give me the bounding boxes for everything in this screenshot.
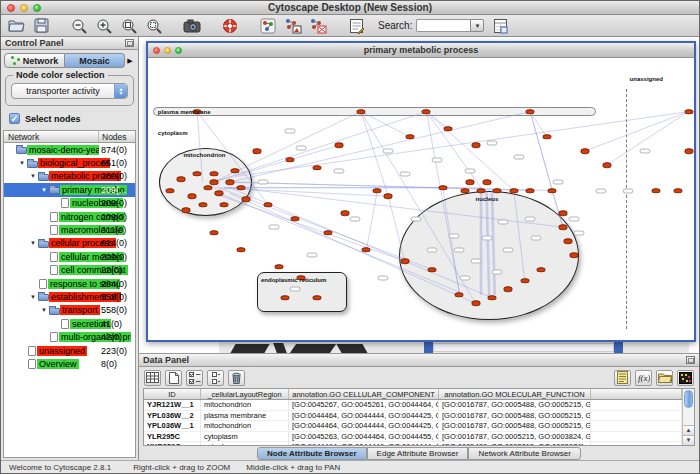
network-node[interactable] <box>275 264 284 270</box>
tree-row-unassigned[interactable]: unassigned223(0) <box>4 344 135 357</box>
network-node[interactable] <box>651 188 660 194</box>
tab-network-attribute-browser[interactable]: Network Attribute Browser <box>468 447 580 460</box>
network-node[interactable] <box>340 210 349 216</box>
zoom-in-icon[interactable] <box>95 17 113 35</box>
view-close-icon[interactable] <box>153 47 160 54</box>
network-node[interactable] <box>427 267 436 273</box>
network-node[interactable] <box>209 230 218 236</box>
network-node[interactable] <box>187 193 196 199</box>
network-node[interactable] <box>520 278 529 284</box>
zoom-window-icon[interactable] <box>33 4 41 12</box>
network-view-titlebar[interactable]: primary metabolic process <box>148 43 694 58</box>
network-node[interactable] <box>460 188 469 194</box>
network-node[interactable] <box>509 188 518 194</box>
table-scrollbar[interactable]: ▲ ▼ <box>682 389 694 445</box>
search-dropdown-icon[interactable]: ▼ <box>470 19 484 32</box>
network-node[interactable] <box>236 247 245 253</box>
tree-row-transport[interactable]: ▼transport558(0) <box>4 304 135 317</box>
network-node[interactable] <box>209 179 218 185</box>
network-node[interactable] <box>471 301 480 307</box>
network-node[interactable] <box>438 185 447 191</box>
import-attribute-file-icon[interactable] <box>656 370 673 386</box>
table-row-ypl036w-2[interactable]: YPL036W__2plasma membrane[GO:0044464, GO… <box>144 411 682 422</box>
view-zoom-icon[interactable] <box>175 47 182 54</box>
tree-col-nodes[interactable]: Nodes <box>102 132 127 142</box>
notepad-icon[interactable] <box>614 370 631 386</box>
network-node[interactable] <box>280 295 289 301</box>
node-color-dropdown[interactable]: transporter activity ▲▼ <box>11 83 128 99</box>
unselect-attributes-icon[interactable] <box>207 370 224 386</box>
save-icon[interactable] <box>32 17 50 35</box>
tree-row-overview[interactable]: Overview8(0) <box>4 357 135 370</box>
network-node[interactable] <box>569 253 578 259</box>
network-node[interactable] <box>204 185 213 191</box>
tree-row-macromolecule[interactable]: macromolecule311(0) <box>4 223 135 236</box>
network-node[interactable] <box>482 179 491 185</box>
tab-node-attribute-browser[interactable]: Node Attribute Browser <box>257 447 367 460</box>
network-node[interactable] <box>356 109 365 115</box>
float-panel-icon[interactable] <box>125 39 134 47</box>
destroy-network-icon[interactable] <box>259 17 277 35</box>
tree-row-cellular-metabo[interactable]: cellular metabo209(0) <box>4 250 135 263</box>
network-node[interactable] <box>182 208 191 214</box>
tree-col-network[interactable]: Network <box>8 132 39 142</box>
network-node[interactable] <box>313 165 322 171</box>
network-node[interactable] <box>291 216 300 222</box>
tree-row-nucleobase[interactable]: nucleobase-209(0) <box>4 197 135 210</box>
network-node[interactable] <box>400 258 409 264</box>
network-node[interactable] <box>526 109 535 115</box>
network-node[interactable] <box>684 148 693 154</box>
tab-edge-attribute-browser[interactable]: Edge Attribute Browser <box>367 447 469 460</box>
network-node[interactable] <box>285 157 294 163</box>
title-bar[interactable]: Cytoscape Desktop (New Session) <box>1 1 699 15</box>
column-header-id[interactable]: ID <box>144 389 201 399</box>
network-view-window[interactable]: primary metabolic process plasma membran… <box>146 41 696 342</box>
network-node[interactable] <box>504 286 513 292</box>
tab-network[interactable]: Network <box>4 53 65 68</box>
annotation-icon[interactable] <box>347 17 365 35</box>
tree-expand-icon[interactable]: ▼ <box>28 173 38 179</box>
network-node[interactable] <box>253 148 262 154</box>
network-node[interactable] <box>335 143 344 149</box>
import-attributes-icon[interactable] <box>491 17 509 35</box>
network-node[interactable] <box>580 148 589 154</box>
network-node[interactable] <box>684 109 693 115</box>
network-node[interactable] <box>225 179 234 185</box>
scroll-down-icon[interactable]: ▼ <box>683 435 694 445</box>
tree-row-secretion[interactable]: secretion41(0) <box>4 317 135 330</box>
table-row-yjr121w-1[interactable]: YJR121W__1mitochondrion[GO:0045267, GO:0… <box>144 400 682 411</box>
network-node[interactable] <box>220 202 229 208</box>
zoom-out-icon[interactable] <box>70 17 88 35</box>
destroy-network-view-icon[interactable] <box>309 17 327 35</box>
matrix-icon[interactable] <box>677 370 694 386</box>
network-node[interactable] <box>564 239 573 245</box>
network-node[interactable] <box>406 134 415 140</box>
tree-row-response-to-stimulu[interactable]: response to stimulu264(0) <box>4 277 135 290</box>
tab-mosaic[interactable]: Mosaic <box>65 53 125 68</box>
search-input[interactable] <box>416 19 470 32</box>
select-attributes-icon[interactable] <box>186 370 203 386</box>
minimize-window-icon[interactable] <box>20 4 28 12</box>
network-canvas[interactable]: plasma membrane cytoplasm mitochondrion … <box>148 58 694 340</box>
network-node[interactable] <box>384 193 393 199</box>
network-node[interactable] <box>548 188 557 194</box>
network-node[interactable] <box>466 179 475 185</box>
network-node[interactable] <box>542 134 551 140</box>
tree-row-multi-organism-pro[interactable]: multi-organism pro42(0) <box>4 330 135 343</box>
tree-expand-icon[interactable]: ▼ <box>39 307 49 313</box>
network-node[interactable] <box>198 202 207 208</box>
network-node[interactable] <box>324 230 333 236</box>
network-node[interactable] <box>313 295 322 301</box>
table-row-ylr295c[interactable]: YLR295Ccytoplasm[GO:0045263, GO:0044464,… <box>144 432 682 443</box>
tree-expand-icon[interactable]: ▼ <box>39 187 49 193</box>
network-node[interactable] <box>214 191 223 197</box>
tree-row-nitrogen-compo[interactable]: nitrogen compo209(0) <box>4 210 135 223</box>
tree-row-cell-communicat[interactable]: cell communicat22(0) <box>4 264 135 277</box>
scrollbar-thumb[interactable] <box>684 390 693 408</box>
tree-expand-icon[interactable]: ▼ <box>28 240 38 246</box>
network-node[interactable] <box>487 295 496 301</box>
network-node[interactable] <box>422 109 431 115</box>
help-lifesaver-icon[interactable] <box>221 17 239 35</box>
delete-attribute-icon[interactable] <box>228 370 245 386</box>
network-node[interactable] <box>209 171 218 177</box>
